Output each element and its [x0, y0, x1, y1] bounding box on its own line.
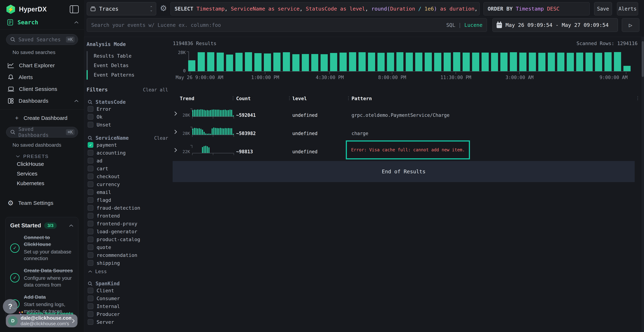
- checkbox[interactable]: [88, 311, 94, 317]
- search-input[interactable]: Search your events w/ Lucene ex. column:…: [87, 18, 487, 32]
- chevron-up-icon[interactable]: [69, 224, 74, 227]
- filter-option[interactable]: Consumer: [84, 294, 172, 302]
- saved-dashboards-input[interactable]: Saved Dashboards ⌘K: [6, 127, 78, 138]
- histogram-bar[interactable]: [330, 53, 337, 71]
- save-button[interactable]: Save: [594, 2, 612, 16]
- date-range-picker[interactable]: May 26 09:09:54 - May 27 09:09:54: [492, 18, 618, 32]
- checkbox[interactable]: [88, 205, 94, 211]
- pattern-row[interactable]: 22K~98813undefinedError: Visa cache full…: [172, 143, 644, 161]
- histogram-bar[interactable]: [586, 52, 593, 71]
- preset-dashboard-services[interactable]: Services: [0, 169, 84, 178]
- source-select[interactable]: Traces ⌃⌄: [87, 2, 156, 16]
- filter-option[interactable]: email: [84, 188, 172, 196]
- histogram-bar[interactable]: [188, 60, 195, 71]
- filter-option[interactable]: currency: [84, 180, 172, 188]
- filter-option[interactable]: Server: [84, 318, 172, 326]
- table-options-icon[interactable]: ⋮: [636, 96, 640, 100]
- filter-option[interactable]: frontend-proxy: [84, 220, 172, 228]
- histogram-bar[interactable]: [217, 52, 224, 71]
- histogram-bar[interactable]: [368, 52, 375, 71]
- checkbox[interactable]: [88, 252, 94, 258]
- filter-option[interactable]: Unset: [84, 121, 172, 128]
- sidebar-item-client-sessions[interactable]: Client Sessions: [0, 83, 84, 95]
- histogram-bar[interactable]: [320, 54, 328, 71]
- sidebar-item-dashboards[interactable]: Dashboards: [0, 95, 84, 107]
- filter-option[interactable]: fraud-detection: [84, 204, 172, 212]
- clear-all-filters-link[interactable]: Clear all: [143, 87, 168, 92]
- checkbox[interactable]: [88, 304, 94, 309]
- filter-option[interactable]: accounting: [84, 149, 172, 157]
- histogram-bar[interactable]: [283, 52, 290, 71]
- histogram-bar[interactable]: [557, 52, 564, 71]
- get-started-item[interactable]: ✓Create Data SourcesConfigure where your…: [10, 267, 74, 288]
- histogram-bar[interactable]: [500, 52, 508, 71]
- lucene-mode-toggle[interactable]: Lucene: [464, 22, 482, 28]
- checkbox[interactable]: [88, 122, 94, 128]
- checkbox[interactable]: [88, 166, 94, 171]
- presets-toggle[interactable]: PRESETS: [0, 149, 84, 159]
- sidebar-item-alerts[interactable]: Alerts: [0, 71, 84, 83]
- sql-select-input[interactable]: SELECT Timestamp, ServiceName as service…: [170, 2, 480, 16]
- filter-option[interactable]: cart: [84, 164, 172, 172]
- checkbox[interactable]: [88, 228, 94, 234]
- column-resize-handle[interactable]: ⋮: [231, 96, 236, 100]
- sidebar-item-chart-explorer[interactable]: Chart Explorer: [0, 60, 84, 71]
- column-header-count[interactable]: Count: [236, 96, 250, 101]
- histogram-bar[interactable]: [614, 52, 621, 71]
- histogram-bar[interactable]: [358, 52, 366, 71]
- histogram-bar[interactable]: [624, 66, 630, 71]
- source-settings-gear-icon[interactable]: ⚙: [160, 4, 167, 13]
- column-header-level[interactable]: level: [292, 96, 307, 101]
- histogram-bar[interactable]: [311, 54, 318, 71]
- scrollbar[interactable]: [642, 37, 644, 332]
- analysis-mode-event-patterns[interactable]: Event Patterns: [86, 70, 172, 80]
- histogram-bar[interactable]: [519, 52, 526, 71]
- histogram-bar[interactable]: [415, 52, 422, 71]
- histogram-bar[interactable]: [378, 53, 384, 71]
- filter-option[interactable]: checkout: [84, 172, 172, 180]
- clear-filter-link[interactable]: Clear: [154, 136, 168, 141]
- histogram-bar[interactable]: [510, 52, 517, 71]
- histogram-bar[interactable]: [434, 53, 441, 71]
- checkbox[interactable]: [88, 288, 94, 293]
- create-dashboard-button[interactable]: + Create Dashboard: [0, 110, 84, 122]
- show-less-toggle[interactable]: Less: [84, 267, 172, 274]
- sidebar-item-team-settings[interactable]: ⚙ Team Settings: [0, 197, 84, 209]
- filter-option[interactable]: recommendation: [84, 251, 172, 259]
- column-header-pattern[interactable]: Pattern: [352, 96, 372, 101]
- checkbox[interactable]: [88, 114, 94, 120]
- checkbox[interactable]: [88, 158, 94, 164]
- column-resize-handle[interactable]: ⋮: [346, 96, 351, 100]
- filter-option[interactable]: Internal: [84, 302, 172, 310]
- pattern-cell[interactable]: charge: [352, 131, 368, 136]
- help-button[interactable]: ?: [3, 299, 18, 314]
- checkbox[interactable]: [88, 236, 94, 242]
- histogram-bar[interactable]: [462, 52, 470, 71]
- preset-dashboard-kubernetes[interactable]: Kubernetes: [0, 178, 84, 188]
- histogram-bar[interactable]: [387, 52, 394, 71]
- checkbox[interactable]: [88, 182, 94, 187]
- histogram-bar[interactable]: [576, 52, 583, 71]
- histogram-bar[interactable]: [254, 53, 262, 71]
- checkbox[interactable]: ✓: [88, 142, 94, 148]
- histogram-bar[interactable]: [529, 52, 536, 71]
- results-histogram[interactable]: 28K 0 May 26 9:00:00 AM1:00:00 PM4:30:00…: [188, 52, 630, 72]
- filter-option[interactable]: Producer: [84, 310, 172, 318]
- histogram-bar[interactable]: [425, 52, 432, 71]
- checkbox[interactable]: [88, 197, 94, 203]
- scrollbar-thumb[interactable]: [642, 41, 644, 77]
- histogram-bar[interactable]: [236, 53, 242, 71]
- histogram-bar[interactable]: [302, 54, 309, 71]
- checkbox[interactable]: [88, 213, 94, 218]
- histogram-bar[interactable]: [207, 52, 214, 71]
- saved-searches-input[interactable]: Saved Searches ⌘K: [6, 34, 78, 45]
- filter-option[interactable]: shipping: [84, 259, 172, 267]
- checkbox[interactable]: [88, 244, 94, 250]
- filter-option[interactable]: flagd: [84, 196, 172, 204]
- checkbox[interactable]: [88, 189, 94, 195]
- histogram-bar[interactable]: [482, 52, 489, 71]
- checkbox[interactable]: [88, 319, 94, 325]
- checkbox[interactable]: [88, 174, 94, 179]
- histogram-bar[interactable]: [349, 52, 356, 71]
- checkbox[interactable]: [88, 221, 94, 226]
